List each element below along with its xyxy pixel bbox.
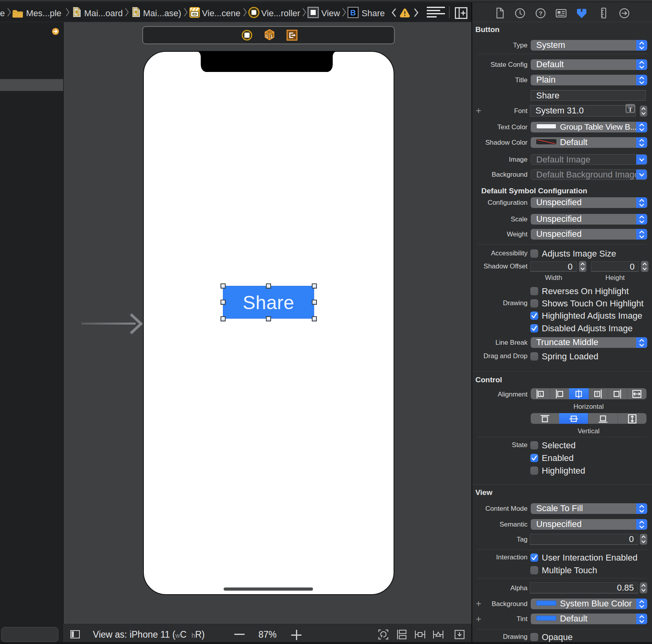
svg-text:B: B [350, 8, 356, 17]
svg-text:T: T [628, 106, 632, 113]
svg-text:?: ? [539, 10, 542, 17]
svg-text:1: 1 [270, 34, 273, 39]
svg-text:L: L [540, 391, 542, 396]
svg-text:T: T [596, 391, 599, 396]
